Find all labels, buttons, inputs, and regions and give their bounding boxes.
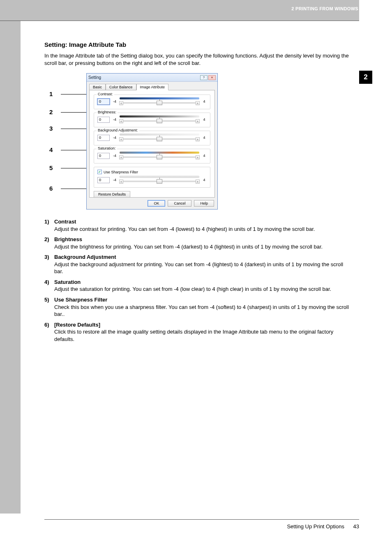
sharpness-slider[interactable]: ‹ › [120, 178, 199, 184]
brightness-min: -4 [112, 117, 117, 122]
ok-button[interactable]: OK [148, 200, 165, 207]
desc-text: Adjust the contrast for printing. You ca… [54, 226, 315, 232]
callout-4: 4 [49, 146, 86, 153]
footer: Setting Up Print Options 43 [287, 523, 359, 530]
background-dec-button[interactable]: ‹ [119, 137, 123, 141]
contrast-input[interactable]: 0 [97, 99, 110, 105]
page-number: 43 [353, 523, 359, 530]
brightness-thumb[interactable] [157, 119, 162, 123]
background-inc-button[interactable]: › [196, 137, 200, 141]
desc-title: Brightness [54, 236, 82, 242]
header-rule [0, 21, 359, 21]
brightness-max: 4 [202, 117, 207, 122]
saturation-slider[interactable]: ‹ › [120, 154, 199, 160]
callout-5: 5 [49, 164, 86, 171]
background-slider[interactable]: ‹ › [120, 136, 199, 142]
background-input[interactable]: 0 [97, 135, 110, 141]
group-contrast: Contrast: 0 -4 ‹ › [94, 94, 210, 109]
dialog-tabs: Basic Color Balance Image Attribute [87, 82, 217, 90]
desc-item-2: 2) BrightnessAdjust the brightness for p… [44, 236, 352, 250]
callout-2: 2 [49, 108, 86, 115]
dialog-titlebar[interactable]: Setting ? ✕ [87, 74, 217, 82]
contrast-inc-button[interactable]: › [196, 101, 200, 105]
tab-image-attribute[interactable]: Image Attribute [136, 84, 169, 90]
saturation-input[interactable]: 0 [97, 153, 110, 159]
contrast-label: Contrast: [97, 92, 114, 96]
desc-title: [Restore Defaults] [54, 322, 100, 328]
background-thumb[interactable] [157, 137, 162, 141]
desc-title: Use Sharpness Filter [54, 297, 107, 303]
group-brightness: Brightness: 0 -4 ‹ › [94, 113, 210, 127]
help-button[interactable]: Help [194, 200, 214, 207]
dialog-title: Setting [88, 75, 101, 80]
contrast-slider[interactable]: ‹ › [120, 100, 199, 106]
saturation-max: 4 [202, 154, 207, 158]
restore-defaults-button[interactable]: Restore Defaults [94, 191, 130, 198]
window-help-button[interactable]: ? [200, 75, 208, 80]
saturation-thumb[interactable] [157, 155, 162, 159]
callout-6: 6 [49, 185, 86, 192]
sharpness-thumb[interactable] [157, 179, 162, 184]
callout-1: 1 [49, 90, 86, 97]
brightness-label: Brightness: [97, 110, 118, 114]
tab-basic[interactable]: Basic [89, 84, 106, 90]
background-min: -4 [112, 136, 117, 140]
group-background: Background Adjustment: 0 -4 ‹ › [94, 131, 210, 145]
sharpness-checkbox[interactable]: ✔ [97, 170, 102, 174]
sharpness-input[interactable]: 0 [97, 177, 110, 183]
saturation-inc-button[interactable]: › [196, 155, 200, 159]
sharpness-dec-button[interactable]: ‹ [119, 180, 123, 184]
sharpness-checkbox-label: Use Sharpness Filter [104, 170, 138, 174]
background-label: Background Adjustment: [97, 128, 139, 132]
callout-3: 3 [49, 125, 86, 132]
brightness-inc-button[interactable]: › [196, 119, 200, 123]
window-close-button[interactable]: ✕ [208, 75, 216, 80]
intro-paragraph: In the Image Attribute tab of the Settin… [44, 52, 352, 67]
saturation-label: Saturation: [97, 146, 117, 150]
content-area: Setting: Image Attribute Tab In the Imag… [44, 41, 352, 346]
callouts: 1 2 3 4 5 6 [49, 73, 86, 211]
desc-text: Check this box when you use a sharpness … [54, 304, 349, 318]
dialog-illustration: 1 2 3 4 5 6 Setting ? ✕ Basic Color Bala… [49, 73, 205, 211]
footer-rule [44, 519, 359, 520]
desc-title: Saturation [54, 279, 81, 285]
cancel-button[interactable]: Cancel [168, 200, 191, 207]
brightness-input[interactable]: 0 [97, 117, 110, 123]
desc-text: Click this to restore all the image qual… [54, 329, 333, 342]
desc-item-6: 6) [Restore Defaults]Click this to resto… [44, 321, 352, 343]
desc-item-1: 1) ContrastAdjust the contrast for print… [44, 218, 352, 233]
tab-color-balance[interactable]: Color Balance [106, 84, 136, 90]
desc-item-5: 5) Use Sharpness FilterCheck this box wh… [44, 296, 352, 318]
header-breadcrumb: 2 PRINTING FROM WINDOWS [291, 6, 358, 11]
contrast-dec-button[interactable]: ‹ [119, 101, 123, 105]
desc-title: Contrast [54, 219, 76, 225]
sharpness-min: -4 [112, 178, 117, 182]
contrast-min: -4 [112, 99, 117, 104]
dialog-panel: Contrast: 0 -4 ‹ › [89, 90, 215, 198]
saturation-dec-button[interactable]: ‹ [119, 155, 123, 159]
dialog-button-row: OK Cancel Help [148, 200, 214, 207]
contrast-max: 4 [202, 99, 207, 104]
setting-dialog: Setting ? ✕ Basic Color Balance Image At… [86, 73, 218, 210]
desc-text: Adjust the brightness for printing. You … [54, 244, 323, 250]
page-left-band [0, 0, 21, 514]
background-max: 4 [202, 136, 207, 140]
contrast-thumb[interactable] [157, 101, 162, 105]
desc-text: Adjust the saturation for printing. You … [54, 286, 331, 292]
saturation-min: -4 [112, 154, 117, 158]
desc-item-3: 3) Background AdjustmentAdjust the backg… [44, 253, 352, 275]
chapter-tab: 2 [359, 71, 372, 84]
brightness-slider[interactable]: ‹ › [120, 118, 199, 124]
desc-title: Background Adjustment [54, 254, 116, 260]
description-list: 1) ContrastAdjust the contrast for print… [44, 218, 352, 343]
footer-section: Setting Up Print Options [287, 523, 344, 530]
sharpness-max: 4 [202, 178, 207, 182]
group-sharpness: ✔ Use Sharpness Filter 0 -4 ‹ [94, 167, 210, 188]
section-title: Setting: Image Attribute Tab [44, 41, 352, 48]
brightness-dec-button[interactable]: ‹ [119, 119, 123, 123]
sharpness-inc-button[interactable]: › [196, 180, 200, 184]
group-saturation: Saturation: 0 -4 ‹ › [94, 149, 210, 164]
desc-item-4: 4) SaturationAdjust the saturation for p… [44, 279, 352, 293]
desc-text: Adjust the background adjustment for pri… [54, 261, 343, 275]
